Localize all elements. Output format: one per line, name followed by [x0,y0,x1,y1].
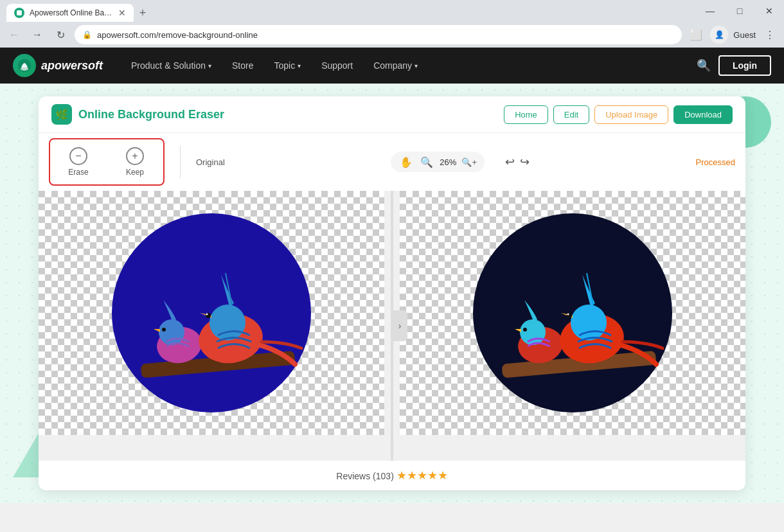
tab-close-button[interactable]: ✕ [118,8,126,18]
svg-point-19 [523,328,527,332]
svg-point-5 [159,319,184,345]
minus-icon: − [69,147,87,165]
original-bird-image [102,204,321,422]
keep-tool-button[interactable]: + Keep [109,142,161,182]
new-tab-button[interactable]: + [134,4,152,22]
svg-point-21 [571,305,607,341]
zoom-percentage: 26% [440,157,456,167]
processed-image-display [400,191,745,435]
reviews-text: Reviews (103) [336,471,393,481]
app-header: Online Background Eraser Home Edit Uploa… [39,96,745,133]
window-controls: — □ ✕ [695,0,784,22]
address-bar: ← → ↻ 🔒 apowersoft.com/remove-background… [0,22,784,48]
active-tab[interactable]: Apowersoft Online Backgroun ✕ [6,4,134,22]
zoom-in-icon[interactable]: 🔍+ [461,154,477,170]
site-nav: apowersoft Product & Solution ▾ Store To… [0,48,784,84]
logo[interactable]: apowersoft [13,54,103,77]
tabs-area: Apowersoft Online Backgroun ✕ + [0,0,695,22]
zoom-controls: ✋ 🔍 26% 🔍+ [391,152,485,172]
reload-button[interactable]: ↻ [51,26,69,44]
forward-button[interactable]: → [28,26,46,44]
toolbar: − Erase + Keep Original ✋ 🔍 26% 🔍+ ↩ ↪ [39,133,745,191]
app-title-text: Online Background Eraser [78,108,224,121]
profile-icon: 👤 [715,30,724,39]
chevron-down-icon: ▾ [414,62,418,69]
url-bar[interactable]: 🔒 apowersoft.com/remove-background-onlin… [75,25,682,44]
erase-tool-button[interactable]: − Erase [53,142,104,182]
svg-point-7 [162,328,166,332]
extensions-button[interactable]: ⬜ [687,26,705,44]
processed-bird-image [463,204,682,422]
search-icon[interactable]: 🔍 [697,58,711,73]
reviews-bar: Reviews (103) ★★★★★ [39,461,745,490]
nav-links: Product & Solution ▾ Store Topic ▾ Suppo… [122,55,697,76]
nav-company[interactable]: Company ▾ [364,55,427,76]
chevron-down-icon: ▾ [208,62,211,69]
nav-store[interactable]: Store [223,55,262,76]
svg-point-14 [473,213,672,412]
canvas-area: › [39,191,745,461]
back-button[interactable]: ← [5,26,23,44]
chevron-down-icon: ▾ [298,62,301,69]
logo-text: apowersoft [41,59,103,73]
logo-icon [13,54,36,77]
app-logo-icon [51,104,72,125]
svg-point-25 [567,314,569,315]
zoom-out-icon[interactable]: 🔍 [419,154,434,170]
maximize-button[interactable]: □ [725,1,754,21]
nav-topic[interactable]: Topic ▾ [265,55,310,76]
profile-button[interactable]: 👤 [710,26,728,44]
original-image-display [39,191,384,435]
plus-icon: + [126,147,144,165]
url-text: apowersoft.com/remove-background-online [97,30,674,40]
home-button[interactable]: Home [504,105,548,124]
panel-divider: › [384,191,400,461]
star-rating: ★★★★★ [396,469,448,482]
browser-chrome: Apowersoft Online Backgroun ✕ + — □ ✕ [0,0,784,22]
tab-title: Apowersoft Online Backgroun [30,8,113,17]
nav-right: 🔍 Login [697,55,771,76]
page-background: Online Background Eraser Home Edit Uploa… [0,84,784,503]
original-label: Original [196,157,225,167]
processed-panel [400,191,745,461]
svg-point-13 [206,314,208,315]
svg-point-1 [21,67,28,71]
processed-label: Processed [696,157,735,167]
close-window-button[interactable]: ✕ [754,1,784,21]
app-container: Online Background Eraser Home Edit Uploa… [39,96,745,490]
undo-redo-controls: ↩ ↪ [505,155,530,169]
nav-support[interactable]: Support [312,55,362,76]
download-button[interactable]: Download [673,105,733,124]
chrome-menu-button[interactable]: ⋮ [761,26,779,44]
upload-image-button[interactable]: Upload Image [594,105,668,124]
minimize-button[interactable]: — [695,1,725,21]
original-panel [39,191,384,461]
toolbar-divider [180,146,181,178]
hand-tool-icon[interactable]: ✋ [398,154,414,170]
app-title-area: Online Background Eraser [51,104,224,125]
svg-point-9 [209,305,245,341]
svg-point-17 [520,319,546,345]
browser-right-controls: ⬜ 👤 Guest ⋮ [687,26,779,44]
profile-label: Guest [733,30,756,40]
redo-button[interactable]: ↪ [520,155,530,169]
tab-favicon [14,8,24,18]
tool-group: − Erase + Keep [49,138,165,186]
login-button[interactable]: Login [718,55,771,76]
undo-button[interactable]: ↩ [505,155,515,169]
lock-icon: 🔒 [82,30,92,39]
edit-button[interactable]: Edit [553,105,589,124]
nav-product-solution[interactable]: Product & Solution ▾ [122,55,220,76]
collapse-panel-button[interactable]: › [392,310,407,341]
svg-point-2 [112,213,311,412]
header-buttons: Home Edit Upload Image Download [504,105,733,124]
